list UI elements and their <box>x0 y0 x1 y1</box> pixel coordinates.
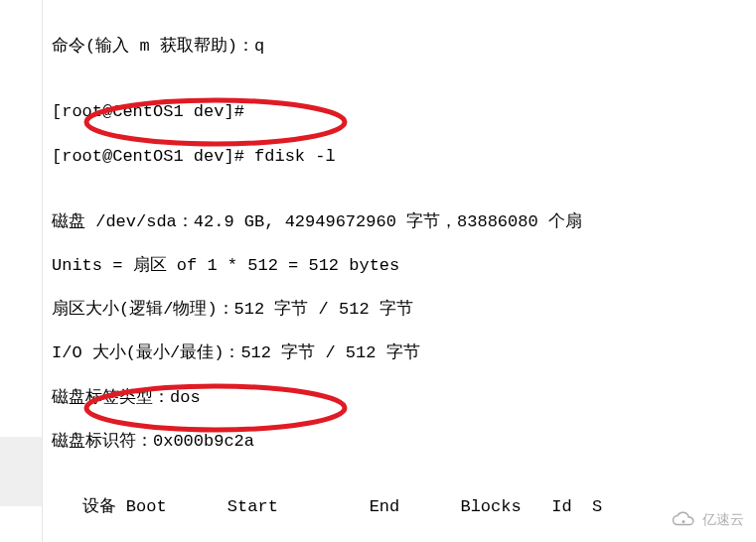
terminal-line: 命令(输入 m 获取帮助)：q <box>52 36 756 58</box>
terminal-line: [root@CentOS1 dev]# <box>52 101 756 123</box>
terminal-line: 设备 Boot Start End Blocks Id S <box>52 496 756 518</box>
svg-point-0 <box>682 520 685 523</box>
cloud-icon <box>669 510 698 530</box>
watermark-logo: 亿速云 <box>669 510 744 530</box>
terminal-line: 磁盘标签类型：dos <box>52 387 756 409</box>
watermark-text: 亿速云 <box>702 511 744 529</box>
terminal-output: 命令(输入 m 获取帮助)：q [root@CentOS1 dev]# [roo… <box>0 0 756 542</box>
terminal-line: 扇区大小(逻辑/物理)：512 字节 / 512 字节 <box>52 299 756 321</box>
terminal-line: Units = 扇区 of 1 * 512 = 512 bytes <box>52 255 756 277</box>
terminal-line: [root@CentOS1 dev]# fdisk -l <box>52 146 756 168</box>
terminal-line: 磁盘 /dev/sda：42.9 GB, 42949672960 字节，8388… <box>52 211 756 233</box>
terminal-line: I/O 大小(最小/最佳)：512 字节 / 512 字节 <box>52 342 756 364</box>
terminal-line: 磁盘标识符：0x000b9c2a <box>52 431 756 453</box>
